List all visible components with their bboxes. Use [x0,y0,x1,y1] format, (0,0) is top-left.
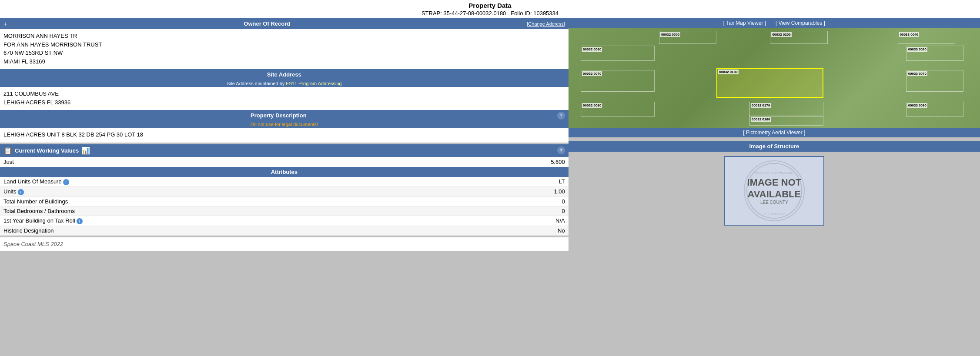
site-address-header: Site Address [0,69,569,80]
map-parcel-label: 00032 0160 [751,117,771,122]
just-label: Just [3,159,14,165]
owner-line1: MORRISON ANN HAYES TR [3,32,565,40]
map-parcel-label: 00033 0080 [907,103,927,108]
attr-label: Total Bedrooms / Bathrooms [0,206,483,216]
just-value: 5,600 [551,159,565,165]
left-panel: + Owner Of Record [Change Address] MORRI… [0,18,569,251]
attr-row: Unitsi1.00 [0,186,569,196]
footer-text: Space Coast MLS 2022 [3,241,63,247]
attr-value: 0 [483,196,569,206]
prop-desc-header-row: Property Description ? [0,110,569,121]
owner-line2: FOR ANN HAYES MORRISON TRUST [3,40,565,49]
map-parcel-label: 00032 0080 [582,103,602,108]
map-parcel-label: 00032 0200 [771,32,791,37]
page-title: Property Data [0,0,980,10]
site-line2: LEHIGH ACRES FL 33936 [3,98,565,107]
attr-label: Total Number of Buildings [0,196,483,206]
attr-value: N/A [483,216,569,226]
attr-label: Historic Designation [0,226,483,235]
map-parcel: 00033 0070 [906,70,963,92]
map-parcel: 00032 0200 [770,31,827,44]
strap-text: STRAP: 35-44-27-08-00032.0180 [421,10,506,17]
owner-section: MORRISON ANN HAYES TR FOR ANN HAYES MORR… [0,29,569,69]
prop-desc-header: Property Description [0,110,557,121]
attr-label: 1st Year Building on Tax Rolli [0,216,483,226]
map-parcel: 00033 0040 [898,31,955,44]
info-icon[interactable]: i [77,218,83,224]
cwv-help-icon[interactable]: ? [557,146,565,154]
prop-desc-section: LEHIGH ACRES UNIT 8 BLK 32 DB 254 PG 30 … [0,128,569,143]
map-parcel-label: 00033 0040 [899,32,919,37]
map-parcel: 00032 0180 [716,68,823,98]
map-view[interactable]: 00032 005000032 020000033 004000032 0060… [569,28,980,128]
map-parcel: 00032 0070 [581,70,655,92]
strap-line: STRAP: 35-44-27-08-00032.0180 Folio ID: … [0,10,980,18]
folio-text: Folio ID: 10395334 [511,10,559,17]
attr-value: 1.00 [483,186,569,196]
map-links-bar: [ Tax Map Viewer ] [ View Comparables ] [569,18,980,28]
attr-row: Total Number of Buildings0 [0,196,569,206]
image-struct-container: PROPERTY APPRAISER LEE COUNTY IMAGE NOTA… [569,152,980,230]
info-icon[interactable]: i [18,189,24,195]
map-parcel: 00033 0060 [906,46,963,61]
image-na-county: LEE COUNTY [760,200,788,205]
owner-line3: 670 NW 153RD ST NW [3,49,565,57]
aerial-bar: [ Pictometry Aerial Viewer ] [569,128,980,137]
owner-header-row: + Owner Of Record [Change Address] [0,18,569,29]
map-parcel-label: 00033 0070 [907,71,927,76]
prop-desc-help-icon[interactable]: ? [557,112,565,120]
just-row: Just 5,600 [0,157,569,167]
svg-text:LEE COUNTY: LEE COUNTY [763,212,785,216]
map-parcel-label: 00032 0180 [718,70,738,74]
map-parcel: 00032 0170 [749,102,823,117]
site-address-subheader: Site Address maintained by E911 Program … [0,80,569,87]
map-parcel-label: 00032 0050 [660,32,680,37]
view-comparables-link[interactable]: [ View Comparables ] [776,20,825,26]
site-address-section: 211 COLUMBUS AVE LEHIGH ACRES FL 33936 [0,87,569,110]
attr-value: No [483,226,569,235]
image-struct-header: Image of Structure [569,141,980,152]
prop-desc-warning: Do not use for legal documents! [0,121,569,128]
owner-line4: MIAMI FL 33169 [3,57,565,66]
attr-label: Unitsi [0,186,483,196]
map-parcel: 00032 0050 [659,31,716,44]
attributes-header: Attributes [0,167,569,177]
tax-map-viewer-link[interactable]: [ Tax Map Viewer ] [723,20,766,26]
cwv-icon-right: 📊 [81,146,90,155]
e911-link[interactable]: E911 Program Addressing [286,81,341,86]
map-parcel-label: 00032 0060 [582,47,602,52]
attr-row: Land Units Of MeasureiLT [0,177,569,187]
map-parcel-label: 00033 0060 [907,47,927,52]
map-parcel: 00032 0080 [581,102,655,117]
map-parcel: 00033 0080 [906,102,963,117]
attr-row: Historic DesignationNo [0,226,569,235]
map-parcel-label: 00032 0070 [582,71,602,76]
attr-label: Land Units Of Measurei [0,177,483,187]
svg-text:PROPERTY APPRAISER: PROPERTY APPRAISER [755,171,794,175]
aerial-viewer-link[interactable]: [ Pictometry Aerial Viewer ] [743,130,805,136]
add-button[interactable]: + [0,19,10,29]
footer-area: Space Coast MLS 2022 [0,237,569,251]
cwv-title: Current Working Values [15,147,79,154]
attr-value: LT [483,177,569,187]
attr-row: 1st Year Building on Tax RolliN/A [0,216,569,226]
attr-row: Total Bedrooms / Bathrooms0 [0,206,569,216]
attr-value: 0 [483,206,569,216]
image-na-text: IMAGE NOTAVAILABLE [747,177,802,200]
cwv-icon-left: 📋 [3,146,12,155]
owner-header-title: Owner Of Record [10,18,523,29]
right-panel: [ Tax Map Viewer ] [ View Comparables ] … [569,18,980,251]
change-address-button[interactable]: [Change Address] [523,20,568,28]
prop-desc-text: LEHIGH ACRES UNIT 8 BLK 32 DB 254 PG 30 … [3,130,565,139]
cwv-header: 📋 Current Working Values 📊 ? [0,144,569,157]
attributes-table: Land Units Of MeasureiLTUnitsi1.00Total … [0,177,569,236]
map-parcel-label: 00032 0170 [751,103,771,108]
info-icon[interactable]: i [63,179,69,185]
map-parcel: 00032 0060 [581,46,655,61]
site-line1: 211 COLUMBUS AVE [3,90,565,98]
map-parcel: 00032 0160 [749,116,823,126]
image-unavailable-box: PROPERTY APPRAISER LEE COUNTY IMAGE NOTA… [724,156,824,226]
